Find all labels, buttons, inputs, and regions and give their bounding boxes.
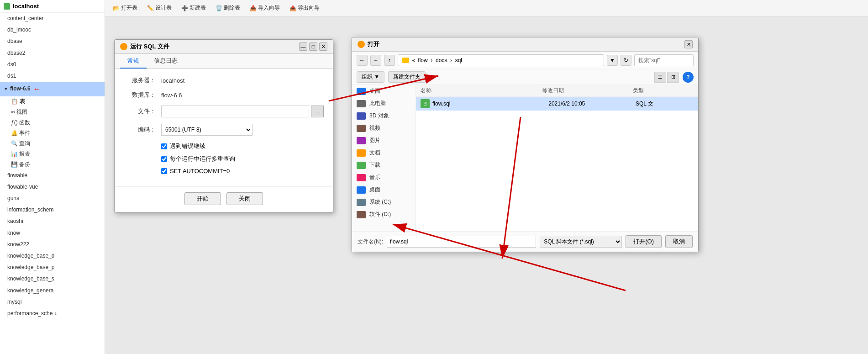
sidebar-desktop2[interactable]: 桌面 [352,184,416,196]
sidebar-item-db-imooc[interactable]: db_imooc [0,24,105,36]
tab-info-log[interactable]: 信息日志 [147,54,185,69]
sql-file-icon: 🗄 [421,99,430,108]
encoding-select[interactable]: 65001 (UTF-8) [161,124,253,136]
sidebar-desktop1[interactable]: 桌面 [352,85,416,97]
run-sql-controls: — □ ✕ [299,42,327,51]
run-sql-minimize-button[interactable]: — [299,42,307,51]
sidebar-item-mysql[interactable]: mysql [0,296,105,308]
check2-checkbox[interactable] [161,156,167,162]
check3-checkbox[interactable] [161,168,167,174]
search-input[interactable] [634,54,694,66]
path-folder-icon [402,58,409,63]
sidebar-item-tables[interactable]: 📋 表 [0,96,105,107]
system-c-label: 系统 (C:) [369,198,391,206]
close-button[interactable]: 关闭 [226,192,263,205]
delete-table-button[interactable]: 🗑️ 删除表 [211,3,244,13]
check1-checkbox[interactable] [161,143,167,149]
filename-input[interactable] [387,236,536,248]
sidebar-item-flowable-vue[interactable]: flowable-vue [0,181,105,193]
filetype-select[interactable]: SQL 脚本文件 (*.sql) [540,236,622,248]
sidebar-item-views[interactable]: ∞ 视图 [0,107,105,117]
run-sql-close-button[interactable]: ✕ [319,42,327,51]
sidebar-item-functions[interactable]: ƒ() 函数 [0,117,105,128]
sidebar-item-knowledge-genera[interactable]: knowledge_genera [0,285,105,296]
forward-button[interactable]: → [370,55,381,66]
server-row: 服务器： localhost [124,76,324,85]
organize-button[interactable]: 组织 ▼ [357,71,384,83]
desktop1-icon [357,88,366,95]
sidebar-video[interactable]: 视频 [352,122,416,134]
start-button[interactable]: 开始 [184,192,221,205]
details-view-button[interactable]: ⊞ [667,72,679,83]
open-button[interactable]: 打开(O) [626,235,662,248]
run-sql-tabs: 常规 信息日志 [115,54,333,69]
open-table-icon: 📂 [112,5,120,12]
sidebar-item-knowledge-base-d[interactable]: knowledge_base_d [0,250,105,262]
open-table-label: 打开表 [121,4,137,12]
sidebar-download[interactable]: 下载 [352,159,416,171]
sidebar-item-reports[interactable]: 📊 报表 [0,149,105,159]
sidebar-software-d[interactable]: 软件 (D:) [352,208,416,221]
file-input[interactable] [161,106,309,117]
sidebar-system-c[interactable]: 系统 (C:) [352,196,416,208]
help-button[interactable]: ? [683,72,694,83]
sidebar-item-content-center[interactable]: content_center [0,13,105,24]
design-table-button[interactable]: ✏️ 设计表 [143,3,175,13]
sidebar-item-kaoshi[interactable]: kaoshi [0,216,105,227]
new-table-button[interactable]: ➕ 新建表 [177,3,210,13]
sidebar-computer[interactable]: 此电脑 [352,97,416,110]
system-c-icon [357,199,366,206]
view-toggle: ☰ ⊞ [654,72,679,83]
run-sql-title-icon [120,43,127,50]
file-row: 文件： ... [124,106,324,117]
sidebar-3d[interactable]: 3D 对象 [352,110,416,122]
open-table-button[interactable]: 📂 打开表 [109,3,141,13]
sidebar-item-know222[interactable]: know222 [0,239,105,250]
dropdown-button[interactable]: ▼ [607,55,618,66]
software-d-icon [357,211,366,218]
cancel-button[interactable]: 取消 [665,235,693,248]
check2-label: 每个运行中运行多重查询 [170,155,235,163]
sidebar-item-events[interactable]: 🔔 事件 [0,128,105,138]
file-row-flow-sql[interactable]: 🗄 flow.sql 2021/6/2 10:05 SQL 文 [416,97,698,111]
run-sql-maximize-button[interactable]: □ [309,42,317,51]
import-wizard-button[interactable]: 📥 导入向导 [246,3,284,13]
sidebar-item-guns[interactable]: guns [0,193,105,204]
sidebar-item-knowledge-base-p[interactable]: knowledge_base_p [0,262,105,273]
sidebar-item-information-schema[interactable]: information_schem [0,204,105,216]
sidebar-item-flow66[interactable]: ▼flow-6.6 ← [0,82,105,96]
desktop2-icon [357,186,366,194]
file-browse-button[interactable]: ... [311,106,324,117]
sidebar-music[interactable]: 音乐 [352,171,416,184]
sidebar-item-performance-schema[interactable]: performance_sche ↓ [0,308,105,319]
open-file-title-icon [358,41,365,48]
sidebar-item-dbase[interactable]: dbase [0,36,105,47]
sidebar-item-dbase2[interactable]: dbase2 [0,48,105,59]
file-sidebar: 桌面 此电脑 3D 对象 视频 图片 [352,85,416,231]
desktop1-label: 桌面 [369,87,380,95]
refresh-button[interactable]: ↻ [621,55,631,66]
server-label: 服务器： [124,76,156,85]
file-list-area: 名称 修改日期 类型 🗄 flow.sql 2021/6/2 10:05 SQL… [416,85,698,231]
music-label: 音乐 [369,174,380,181]
sidebar-item-flowable[interactable]: flowable [0,170,105,181]
sidebar-item-ds1[interactable]: ds1 [0,70,105,82]
back-button[interactable]: ← [357,55,368,66]
tab-general[interactable]: 常规 [120,54,147,69]
up-button[interactable]: ↑ [384,55,395,66]
new-folder-button[interactable]: 新建文件夹 [388,71,426,83]
sidebar-item-backup[interactable]: 💾 备份 [0,159,105,170]
new-table-icon: ➕ [181,5,188,12]
sidebar-item-ds0[interactable]: ds0 [0,59,105,70]
open-file-close-button[interactable]: ✕ [684,40,693,48]
sidebar-item-queries[interactable]: 🔍 查询 [0,138,105,149]
sidebar-image[interactable]: 图片 [352,134,416,147]
sidebar-item-know[interactable]: know [0,227,105,239]
export-wizard-button[interactable]: 📤 导出向导 [285,3,323,13]
sidebar-item-knowledge-base-s[interactable]: knowledge_base_s [0,273,105,285]
check1-row: 遇到错误继续 [161,142,324,150]
sidebar-docs[interactable]: 文档 [352,147,416,159]
video-label: 视频 [369,124,380,132]
check3-label: SET AUTOCOMMIT=0 [170,168,230,174]
list-view-button[interactable]: ☰ [654,72,666,83]
